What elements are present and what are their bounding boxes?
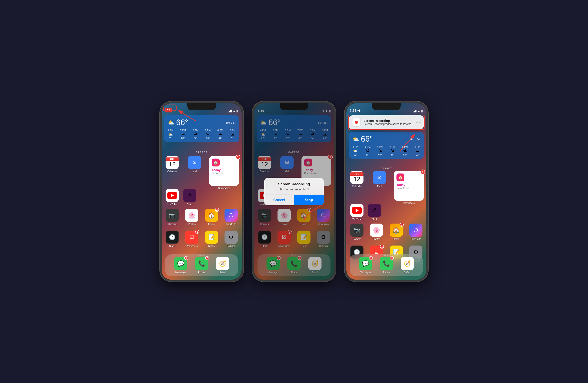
arrow-to-stop: [304, 203, 330, 221]
app-youtube-3[interactable]: YouTube: [349, 204, 365, 220]
weather-hi: 69↑ 35↓: [225, 121, 235, 124]
messages-icon-3[interactable]: 💬1: [359, 257, 372, 270]
app-camera[interactable]: 📷 Camera: [164, 209, 180, 225]
calendar-icon[interactable]: TUE 12: [166, 156, 179, 169]
safari-icon-3[interactable]: 🧭: [401, 257, 414, 270]
app-mail-label: Mail: [192, 170, 197, 172]
safari-label: Safari: [219, 271, 226, 274]
app-reminders-small-label: Reminders: [186, 245, 198, 247]
app-slack-label: Slack: [187, 203, 193, 206]
dock-messages[interactable]: 💬 1 Messages: [173, 257, 189, 274]
weather-top: ⛅ 66° 69↑ 35↓: [168, 118, 235, 127]
settings-icon[interactable]: ⚙: [225, 230, 238, 244]
slack-icon-3[interactable]: #: [368, 204, 381, 217]
bar3: [230, 110, 231, 113]
app-row-1-3: TUE12 Calendar ✉ Mail 1 🏠 Today Recycle …: [349, 171, 424, 204]
dialog-message: Stop screen recording?: [268, 188, 320, 191]
dialog-wrapper: Screen Recording Stop screen recording? …: [264, 178, 324, 205]
rem-icon: 🏠: [212, 159, 220, 167]
app-photos-label: Photos: [188, 223, 195, 225]
safari-icon[interactable]: 🧭: [216, 257, 229, 270]
home-badge: 2: [215, 208, 219, 212]
home-icon[interactable]: 🏠 2: [205, 209, 218, 222]
mail-icon[interactable]: ✉: [188, 156, 201, 169]
app-home-label: Home: [208, 223, 215, 225]
app-shortcuts-3[interactable]: ⬡Shortcuts: [408, 224, 424, 240]
app-reminders-small[interactable]: ☑ 1 Reminders: [184, 230, 200, 247]
app-mail-3[interactable]: ✉ Mail: [371, 171, 387, 188]
carrot-label: CARROT: [162, 151, 242, 153]
app-slack[interactable]: # Slack: [182, 189, 198, 206]
weather-hour-7pm: 7 PM 🌤 66°: [205, 129, 211, 140]
app-shortcuts-label: Shortcuts: [226, 223, 236, 225]
phone-badge: 7: [205, 256, 209, 260]
screen-recording-dialog: Screen Recording Stop screen recording? …: [264, 178, 324, 205]
app-home[interactable]: 🏠 2 Home: [204, 209, 219, 225]
reminders-small-icon[interactable]: ☑ 1: [185, 230, 198, 244]
shortcuts-icon[interactable]: ⬡: [225, 209, 238, 222]
phone-icon-3[interactable]: 📞7: [380, 257, 393, 270]
mail-icon-3[interactable]: ✉: [373, 171, 386, 184]
camera-icon-3[interactable]: 📷: [350, 224, 363, 237]
youtube-icon[interactable]: [166, 189, 179, 202]
app-shortcuts[interactable]: ⬡ Shortcuts: [223, 209, 239, 225]
weather-icon: ⛅: [168, 119, 174, 126]
phone-2-frame: 3:30 ▲ ▓ ⛅ 66°: [252, 101, 336, 282]
home-icon-3[interactable]: 🏠2: [390, 224, 403, 237]
app-row-1: TUE 12 Calendar ✉ Mail 1 🏠 Today Recycle…: [164, 156, 239, 189]
app-row-2-3: YouTube # Slack: [349, 204, 382, 220]
app-camera-3[interactable]: 📷Camera: [349, 224, 365, 240]
notification-banner[interactable]: Screen Recording Screen Recording video …: [349, 115, 424, 129]
app-calendar[interactable]: TUE 12 Calendar: [164, 156, 180, 172]
app-slack-3[interactable]: # Slack: [367, 204, 382, 220]
notif-content: Screen Recording Screen Recording video …: [363, 119, 414, 126]
app-clock-label: Clock: [169, 245, 175, 247]
dock-phone-3[interactable]: 📞7 Phone: [378, 257, 394, 274]
status-time: 12: [165, 108, 172, 113]
app-camera-label: Camera: [168, 223, 176, 225]
app-row-3-3: 📷Camera 🌸Photos 🏠2Home ⬡Shortcuts: [349, 224, 424, 240]
dialog-overlay: Screen Recording Stop screen recording? …: [254, 103, 334, 280]
app-photos[interactable]: 🌸 Photos: [184, 209, 200, 225]
weather-hours: 4 PM ⛅ 67° 5 PM 🌤 68° 6 PM 🌤 67°: [168, 129, 235, 140]
app-settings-label: Settings: [227, 245, 235, 247]
bar2: [229, 111, 230, 113]
cancel-button[interactable]: Cancel: [264, 195, 294, 205]
reminders-widget-container[interactable]: 1 🏠 Today Recycle bin Reminders: [209, 156, 239, 189]
dock-safari[interactable]: 🧭 Safari: [215, 257, 231, 274]
weather-hour-8pm: 8 PM 🌥 64°: [217, 129, 223, 140]
app-mail[interactable]: ✉ Mail: [187, 156, 203, 172]
app-notes[interactable]: 📝 Notes: [204, 230, 219, 247]
app-notes-label: Notes: [208, 245, 215, 247]
rem-widget-3[interactable]: 1 🏠 Today Recycle bin Reminders: [394, 171, 424, 204]
messages-icon[interactable]: 💬 1: [174, 257, 187, 270]
status-icons: ▲ ▓: [229, 109, 238, 113]
shortcuts-icon-3[interactable]: ⬡: [409, 224, 422, 237]
phone-icon[interactable]: 📞 7: [195, 257, 208, 270]
app-home-3[interactable]: 🏠2Home: [388, 224, 404, 240]
app-youtube[interactable]: YouTube: [164, 189, 180, 206]
photos-icon-3[interactable]: 🌸: [370, 224, 383, 237]
bar1: [229, 112, 229, 113]
dock-safari-3[interactable]: 🧭 Safari: [399, 257, 415, 274]
slack-icon[interactable]: #: [183, 189, 196, 202]
dialog-title: Screen Recording: [268, 182, 320, 187]
photos-icon[interactable]: 🌸: [185, 209, 198, 222]
reminders-widget-icon[interactable]: 1 🏠 Today Recycle bin: [209, 156, 239, 186]
dock-messages-3[interactable]: 💬1 Messages: [357, 257, 373, 274]
camera-icon[interactable]: 📷: [166, 209, 179, 222]
app-clock[interactable]: 🕐 Clock: [164, 230, 180, 247]
calendar-icon-3[interactable]: TUE12: [350, 171, 363, 184]
app-row-2: YouTube # Slack: [164, 189, 239, 206]
notes-icon[interactable]: 📝: [205, 230, 218, 244]
clock-icon[interactable]: 🕐: [166, 230, 179, 244]
youtube-icon-3[interactable]: [350, 204, 363, 217]
app-settings[interactable]: ⚙ Settings: [223, 230, 239, 247]
weather-hour-4pm: 4 PM ⛅ 67°: [168, 129, 173, 140]
weather-widget: ⛅ 66° 69↑ 35↓ 4 PM ⛅ 67° 5 PM 🌤: [164, 115, 239, 142]
app-calendar-3[interactable]: TUE12 Calendar: [349, 171, 365, 188]
dock-phone[interactable]: 📞 7 Phone: [194, 257, 210, 274]
app-photos-3[interactable]: 🌸Photos: [369, 224, 384, 240]
phone-3: 3:31 ◀ ▲ ▓ Screen: [345, 101, 428, 282]
rem-subtext-label: Recycle bin: [212, 172, 236, 174]
